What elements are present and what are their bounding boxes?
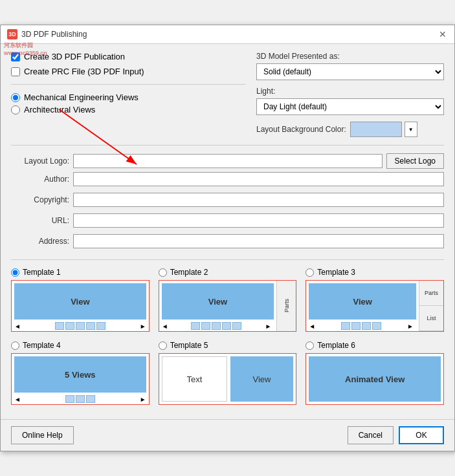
copyright-row: Copyright:	[11, 193, 444, 207]
template-5-radio[interactable]	[159, 341, 167, 350]
template-4-preview[interactable]: 5 Views ◄ ►	[11, 353, 150, 405]
template-5-preview[interactable]: Text View	[159, 353, 297, 405]
address-label: Address:	[11, 237, 69, 246]
form-section: Layout Logo: Select Logo Author: Copyrig…	[11, 153, 444, 252]
tpl3-left-arrow: ◄	[309, 323, 315, 330]
template-2-preview[interactable]: View Parts ◄	[159, 280, 297, 332]
create3d-label: Create 3D PDF Publication	[24, 52, 125, 61]
model-select[interactable]: Solid (default)	[256, 63, 444, 80]
tpl2-view-box: View	[162, 283, 274, 319]
template-4-radio[interactable]	[11, 341, 19, 350]
template-1-preview[interactable]: View ◄ ►	[11, 280, 150, 332]
address-input[interactable]	[73, 234, 444, 248]
tpl4-nav-box-1	[65, 395, 74, 403]
select-logo-button[interactable]: Select Logo	[386, 153, 444, 169]
template-1-radio-row: Template 1	[11, 268, 150, 277]
logo-label: Layout Logo:	[11, 157, 69, 166]
template-6-item: Template 6 Animated View	[305, 341, 444, 405]
template-6-radio[interactable]	[305, 341, 314, 350]
create3d-checkbox[interactable]	[11, 52, 20, 61]
close-button[interactable]: ✕	[438, 29, 448, 39]
tpl5-text-box: Text	[162, 356, 228, 402]
tpl1-nav-boxes	[55, 322, 105, 330]
tpl2-left-arrow: ◄	[162, 323, 168, 330]
window-title: 3D PDF Publishing	[21, 30, 87, 39]
tpl4-nav-boxes	[65, 395, 95, 403]
address-row: Address:	[11, 234, 444, 248]
tpl2-parts-label: Parts	[283, 299, 290, 312]
tpl4-bottom-bar: ◄ ►	[12, 394, 149, 404]
tpl2-right-arrow: ►	[265, 323, 271, 330]
tpl1-bottom-bar: ◄ ►	[12, 321, 149, 331]
url-input[interactable]	[73, 213, 444, 228]
logo-input[interactable]	[73, 154, 383, 168]
action-buttons: Cancel OK	[348, 426, 444, 444]
tpl2-nav-box-2	[201, 322, 210, 330]
template-2-item: Template 2 View Parts ◄	[159, 268, 297, 332]
create3d-row: Create 3D PDF Publication	[11, 52, 246, 61]
tpl3-view-box: View	[309, 283, 416, 319]
template-3-preview[interactable]: View Parts List ◄	[305, 280, 444, 332]
template-1-label: Template 1	[23, 268, 61, 277]
createprc-checkbox[interactable]	[11, 67, 20, 76]
author-row: Author:	[11, 172, 444, 186]
online-help-button[interactable]: Online Help	[11, 426, 74, 444]
main-window: 3D 3D PDF Publishing ✕ 河东软件园 www.pc0359.…	[0, 25, 455, 451]
architectural-label: Architectural Views	[24, 105, 95, 114]
tpl3-bottom-bar: ◄ ►	[306, 321, 416, 331]
bottom-bar: Online Help Cancel OK	[1, 419, 454, 451]
templates-grid: Template 1 View ◄	[11, 268, 444, 405]
tpl1-nav-box-5	[96, 322, 105, 330]
tpl3-nav-boxes	[341, 322, 381, 330]
tpl1-view-box: View	[14, 283, 146, 319]
model-label: 3D Model Presented as:	[256, 52, 444, 61]
template-3-radio-row: Template 3	[305, 268, 444, 277]
template-3-label: Template 3	[317, 268, 355, 277]
light-select[interactable]: Day Light (default)	[256, 98, 444, 115]
tpl3-nav-box-1	[341, 322, 350, 330]
tpl2-bottom-bar: ◄ ►	[159, 321, 274, 331]
author-input[interactable]	[73, 172, 444, 186]
color-dropdown-button[interactable]: ▼	[405, 122, 417, 137]
tpl6-animated-box: Animated View	[309, 356, 441, 402]
template-6-preview[interactable]: Animated View	[305, 353, 444, 405]
left-panel: Create 3D PDF Publication Create PRC Fil…	[11, 52, 246, 137]
architectural-radio-row: Architectural Views	[11, 105, 246, 114]
tpl3-nav-box-2	[351, 322, 361, 330]
template-1-radio[interactable]	[11, 268, 19, 277]
tpl4-nav-box-2	[76, 395, 85, 403]
tpl4-5views-box: 5 Views	[14, 356, 146, 393]
color-picker-row: ▼	[350, 122, 417, 137]
color-swatch[interactable]	[350, 122, 402, 137]
light-label: Light:	[256, 87, 444, 96]
copyright-label: Copyright:	[11, 195, 69, 204]
tpl3-nav-box-4	[372, 322, 381, 330]
url-label: URL:	[11, 216, 69, 225]
tpl2-nav-box-4	[222, 322, 231, 330]
right-panel: 3D Model Presented as: Solid (default) L…	[256, 52, 444, 137]
template-5-label: Template 5	[170, 341, 208, 350]
tpl3-list-row: List	[419, 306, 443, 331]
bgcolor-label: Layout Background Color:	[256, 125, 346, 134]
copyright-input[interactable]	[73, 193, 444, 207]
tpl1-nav-box-4	[86, 322, 95, 330]
top-section: Create 3D PDF Publication Create PRC Fil…	[11, 52, 444, 137]
mechanical-radio[interactable]	[11, 93, 20, 102]
architectural-radio[interactable]	[11, 105, 20, 114]
ok-button[interactable]: OK	[399, 426, 444, 444]
tpl3-nav-box-3	[362, 322, 371, 330]
template-3-item: Template 3 View Parts List	[305, 268, 444, 332]
template-6-radio-row: Template 6	[305, 341, 444, 350]
template-3-radio[interactable]	[305, 268, 314, 277]
tpl2-nav-box-5	[232, 322, 241, 330]
template-4-radio-row: Template 4	[11, 341, 150, 350]
template-2-radio[interactable]	[159, 268, 167, 277]
logo-row: Layout Logo: Select Logo	[11, 153, 444, 169]
title-bar: 3D 3D PDF Publishing ✕	[1, 25, 454, 44]
url-row: URL:	[11, 213, 444, 228]
createprc-row: Create PRC File (3D PDF Input)	[11, 67, 246, 76]
mechanical-radio-row: Mechanical Engineering Views	[11, 92, 246, 102]
template-6-label: Template 6	[317, 341, 355, 350]
cancel-button[interactable]: Cancel	[348, 426, 394, 444]
createprc-label: Create PRC File (3D PDF Input)	[24, 67, 144, 76]
